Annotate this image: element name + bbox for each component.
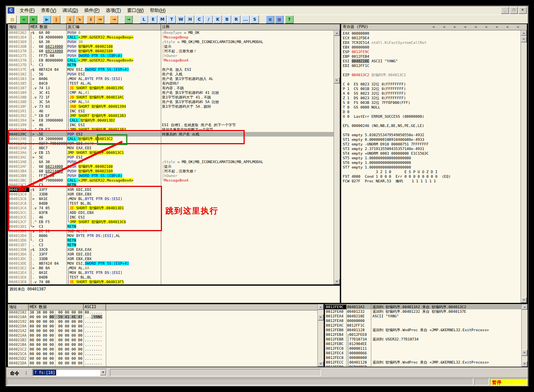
disasm-row[interactable]: 00401391│. 46│INC ESI — [8, 109, 334, 113]
register-line[interactable]: ST7 empty 1.0000000000000000000 — [341, 165, 521, 170]
disasm-row[interactable]: 00401394│> E8 39000000│CALL 软编码序.004013D… — [8, 118, 334, 123]
dump-row[interactable]: 004021C200 00 00 00 00 00 00 00........ — [8, 347, 317, 352]
register-line[interactable]: ST5 empty 1.0000000000000000000 — [341, 156, 521, 160]
disasm-row[interactable]: 004013D8┌$ 33C0XOR EAX,EAX — [8, 247, 334, 252]
stack-row[interactable]: 0012FED0│DCBAABCD — [325, 365, 521, 367]
dump-row[interactable]: 004021A200 00 00 00 00 00 00 00........ — [8, 329, 317, 333]
close-button[interactable]: × — [519, 7, 527, 14]
command-dropdown-button[interactable]: ▼ — [100, 370, 106, 375]
stack-row[interactable]: 0012FEC8│00000000 — [325, 355, 521, 360]
menu-item[interactable]: 选项(T) — [103, 6, 124, 15]
register-line[interactable]: C 0 ES 0023 32位 0(FFFFFFFF) — [341, 82, 521, 87]
view-cpu-button[interactable]: C — [195, 15, 204, 23]
disasm-row[interactable]: 004013C4│. 33DBXOR EBX,EBX — [8, 192, 334, 197]
execute-till-return-button[interactable]: → — [110, 15, 118, 23]
step-over-button[interactable]: ↘ — [75, 15, 83, 23]
register-line[interactable]: ECX 0012FDE4 — [341, 36, 521, 40]
disasm-row[interactable]: 0040138B│.v 72 1F│JB SHORT 软编码序.004013AC… — [8, 95, 334, 100]
scroll-up-button[interactable]: ▲ — [521, 30, 527, 36]
dump-row[interactable]: 0040218A00 00 00 00 59 41 4E 47....YANG — [8, 315, 317, 319]
disasm-row[interactable]: 004013C8│. 84DB│TEST BL,BL — [8, 201, 334, 206]
disasm-row[interactable]: 004013AA│.v EB 15JMP SHORT 软编码序.004013C1 — [8, 150, 334, 155]
dump-row[interactable]: 0040219200 00 00 00 00 00 00 00........ — [8, 319, 317, 324]
disasm-row[interactable]: 0040139C│> ↘5EPOP ESI转换后的 用户名 出栈 — [8, 132, 334, 137]
dump-row[interactable]: 004021BA00 00 00 00 00 00 00 00........ — [8, 342, 317, 347]
dump-scrollbar[interactable]: ▲≡▼ — [317, 304, 324, 367]
disasm-row[interactable]: 0040137D└. C3RETN — [8, 63, 334, 67]
view-run-trace-button[interactable]: ... — [241, 15, 250, 23]
memory-dump-pane[interactable]: 地址HEX 数据ASCII 0040218238 38 00 00 00 00 … — [8, 304, 324, 367]
disasm-row[interactable]: 00401383│> 8A06┌MOV AL,BYTE PTR DS:[ESI]… — [8, 77, 334, 81]
dump-row[interactable]: 0040218238 38 00 00 00 00 00 0088...... — [8, 310, 317, 315]
stack-row[interactable]: 0012FEB8│77D18734返回到 USER32.77D18734 — [325, 337, 521, 342]
close-program-button[interactable]: × — [29, 15, 37, 23]
registers-collapse-marks[interactable]: <<<<<<<<< — [368, 24, 527, 30]
disasm-row[interactable]: 004013B4│. 68 69214000PUSH 软编码序.00402169… — [8, 169, 334, 173]
disasm-row[interactable]: 004013D1└> C3RETN — [8, 224, 334, 229]
restore-button[interactable]: □ — [510, 7, 518, 14]
disasm-row[interactable]: 004013DA│. 33FFXOR EDI,EDI — [8, 252, 334, 257]
dump-row[interactable]: 004021D200 00 00 00 00 00 00 00........ — [8, 356, 317, 361]
step-into-button[interactable]: ↓ — [66, 15, 74, 23]
disasm-row[interactable]: 004013B9│. FF75 08PUSH DWORD PTR SS:[EBP… — [8, 173, 334, 178]
view-windows-button[interactable]: W — [177, 15, 185, 23]
menu-item[interactable]: 帮助(H) — [147, 6, 169, 15]
register-line[interactable]: FST 4000 Cond 1 0 0 0 Err 0 0 0 0 0 0 0 … — [341, 174, 521, 179]
register-line[interactable]: EIP 004013C2 软编码序.004013C2 — [341, 73, 521, 77]
go-to-address-button[interactable]: → — [124, 15, 133, 23]
disasm-row[interactable]: 004013AC│> 5EPOP ESI — [8, 155, 334, 160]
disasm-row[interactable]: 004013A2│. 81F7 78560000XOR EDI,5678 — [8, 141, 334, 146]
stack-row[interactable]: 0012FEB4┌0012FEE0 — [325, 332, 521, 337]
scroll-up-button[interactable]: ▲ — [318, 304, 324, 310]
disasm-row[interactable]: 00401399│. 46│INC ESIESI 自增1，也就是取 用户名 的下… — [8, 123, 334, 127]
menu-item[interactable]: 调试(D) — [59, 6, 81, 15]
register-line[interactable]: FCW 027F Prec NEAR,53 掩码 1 1 1 1 1 1 — [341, 179, 521, 183]
disasm-row[interactable]: 004013E8│.v 74 0B│JE SHORT 软编码序.004013F5 — [8, 280, 334, 284]
stack-row[interactable]: 0012FEAC0012FF1C — [325, 323, 521, 328]
disasm-row[interactable]: 004013AD│. 6A 30PUSH 30┌Style = MB_OK|MB… — [8, 160, 334, 164]
register-line[interactable] — [341, 119, 521, 123]
view-patches-button[interactable]: / — [204, 15, 213, 23]
open-file-button[interactable]: ▨ — [8, 15, 17, 23]
command-input-value[interactable]: ? fs:[18] — [33, 370, 56, 375]
disasm-row[interactable]: 0040136B│. 68 60214000PUSH 软编码序.00402160… — [8, 44, 334, 49]
disasm-row[interactable]: 004013E2│> B0 0A┌MOV AL,0A — [8, 266, 334, 270]
view-call-stack-button[interactable]: K — [214, 15, 222, 23]
register-line[interactable]: EDX 7C92E514 ntdll.KiFastSystemCallRet — [341, 40, 521, 45]
view-breakpoints-button[interactable]: B — [223, 15, 231, 23]
disasm-row[interactable]: 004013CF│.^ EB F5└JMP SHORT 软编码序.004013C… — [8, 220, 334, 224]
disasm-row[interactable]: 0040138D│. 3C 5A│CMP AL,5A用户名 第1字节机器码和 5… — [8, 100, 334, 104]
view-handles-button[interactable]: H — [186, 15, 194, 23]
disasm-row[interactable]: 004013A8│. 8BC7MOV EAX,EDI — [8, 146, 334, 150]
register-line[interactable]: O 0 LastErr ERROR_SUCCESS (00000000) — [341, 114, 521, 119]
scroll-thumb[interactable]: ≡ — [318, 314, 324, 320]
register-line[interactable]: S 0 FS 003B 32位 7FFDF000(FFF) — [341, 100, 521, 105]
disasm-row[interactable]: 004013D2┌$ 2C 20SUB AL,20 — [8, 229, 334, 234]
scroll-thumb[interactable]: ≡ — [521, 36, 527, 42]
help-button[interactable]: ? — [285, 15, 294, 23]
dump-row[interactable]: 004021DA00 00 00 00 00 00 00 00........ — [8, 361, 317, 365]
scroll-up-button[interactable]: ▲ — [522, 304, 527, 310]
disasm-row[interactable]: 00401378│. E8 BD000000CALL <JMP.&USER32.… — [8, 58, 334, 63]
command-input[interactable]: ? fs:[18] ▼ — [32, 369, 107, 376]
register-line[interactable]: P 1 CS 001B 32位 0(FFFFFFFF) — [341, 87, 521, 91]
register-line[interactable] — [341, 68, 521, 73]
disasm-row[interactable]: 0040137E┌$ 8B7424 04MOV ESI,DWORD PTR SS… — [8, 67, 334, 72]
scroll-down-button[interactable]: ▼ — [521, 297, 527, 303]
disasm-row[interactable]: 004013D4│. 8806MOV BYTE PTR DS:[ESI],AL — [8, 234, 334, 238]
disasm-row[interactable]: 00401392│.^ EB EF│JMP SHORT 软编码序.0040138… — [8, 113, 334, 118]
disasm-row[interactable]: 004013C2┌$ 33FFXOR EDI,EDI — [8, 187, 334, 192]
disasm-row[interactable]: 004013E6│. 84DB│TEST BL,BL — [8, 275, 334, 280]
animate-into-button[interactable]: ⇓ — [87, 15, 95, 23]
minimize-button[interactable]: _ — [501, 7, 509, 14]
register-line[interactable]: EDI 0012FF1C — [341, 63, 521, 68]
disasm-row[interactable]: 00401382│. 56PUSH ESI用户名 入栈 — [8, 72, 334, 77]
stack-scrollbar[interactable]: ▲≡▼ — [521, 304, 527, 367]
dump-row[interactable]: 004021B200 00 00 00 00 00 00 00........ — [8, 338, 317, 342]
stack-row[interactable]: 0012FEC0│00000111 — [325, 346, 521, 351]
disasm-row[interactable]: 00401387│.v 74 13│JE SHORT 软编码序.0040139C… — [8, 86, 334, 90]
disassembly-pane[interactable]: 地址HEX 数据反汇编注释 00401362┌$ 6A 00PUSH 0┌Bee… — [8, 24, 340, 285]
view-memory-button[interactable]: M — [158, 15, 167, 23]
disasm-row[interactable]: 00401369│. 6A 30PUSH 30┌Style = MB_OK|MB… — [8, 40, 334, 44]
disasm-row[interactable]: 004013C1└> C3RETN — [8, 183, 334, 187]
